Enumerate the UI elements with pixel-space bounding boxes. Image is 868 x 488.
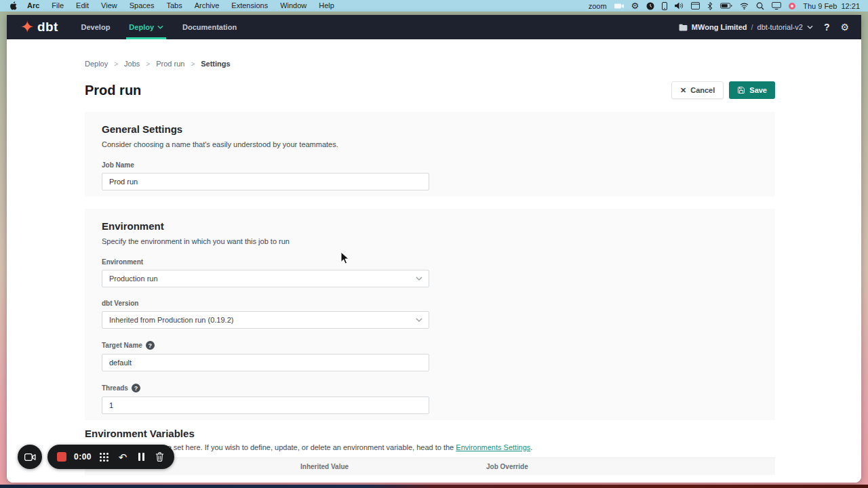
- recording-indicator-icon[interactable]: [789, 3, 795, 9]
- folder-icon: [679, 24, 688, 31]
- target-name-help-icon[interactable]: ?: [146, 341, 155, 350]
- breadcrumb-separator: >: [114, 60, 118, 68]
- nav-item-documentation[interactable]: Documentation: [173, 15, 246, 39]
- menubar-clock[interactable]: Thu 9 Feb 12:21: [803, 2, 860, 10]
- account-name: MWong Limited: [692, 23, 747, 31]
- menubar-item-extensions[interactable]: Extensions: [225, 0, 274, 12]
- search-icon[interactable]: [756, 1, 764, 10]
- job-name-input[interactable]: [102, 173, 429, 190]
- window-icon[interactable]: [691, 1, 700, 10]
- cancel-button[interactable]: ✕ Cancel: [671, 81, 724, 99]
- menubar-item-window[interactable]: Window: [274, 0, 313, 12]
- close-icon: ✕: [680, 86, 686, 95]
- column-job-override: Job Override: [486, 463, 528, 470]
- device-icon[interactable]: [662, 1, 667, 10]
- apple-icon: [9, 1, 17, 10]
- pause-icon[interactable]: [136, 451, 146, 462]
- menubar-item-arc[interactable]: Arc: [21, 0, 45, 12]
- environment-section: Environment Specify the environment in w…: [85, 209, 775, 420]
- account-separator: /: [751, 23, 753, 31]
- display-icon[interactable]: [772, 1, 781, 10]
- environment-label: Environment: [102, 258, 758, 266]
- environment-select[interactable]: Production run: [102, 270, 429, 287]
- browser-window: ✦ dbt Develop Deploy Documentation MWong…: [7, 15, 861, 483]
- battery-icon[interactable]: [720, 1, 732, 10]
- chevron-down-icon: [157, 25, 163, 29]
- menubar-item-archive[interactable]: Archive: [189, 0, 226, 12]
- breadcrumb-prod-run[interactable]: Prod run: [156, 60, 184, 68]
- nav-item-develop[interactable]: Develop: [72, 15, 120, 39]
- chevron-down-icon: [416, 318, 422, 322]
- screen-recorder-toolbar: 0:00 ↶: [18, 445, 174, 469]
- menubar-item-help[interactable]: Help: [313, 0, 340, 12]
- dbt-navbar: ✦ dbt Develop Deploy Documentation MWong…: [7, 15, 861, 39]
- threads-input[interactable]: [102, 396, 429, 414]
- camera-toggle-button[interactable]: [18, 445, 42, 469]
- breadcrumb-separator: >: [191, 60, 195, 68]
- clock-icon[interactable]: [646, 1, 654, 10]
- account-project-selector[interactable]: MWong Limited / dbt-tutorial-v2: [679, 23, 813, 31]
- environment-title: Environment: [102, 220, 758, 232]
- menubar-item-file[interactable]: File: [45, 0, 70, 12]
- dbt-logo[interactable]: ✦ dbt: [20, 20, 58, 35]
- stop-record-button[interactable]: [57, 452, 66, 462]
- save-icon: [737, 86, 745, 94]
- environment-variables-description: Job level overrides can be set here. If …: [85, 443, 775, 451]
- recording-timer: 0:00: [74, 452, 92, 462]
- page-title: Prod run: [85, 83, 141, 98]
- menubar-item-edit[interactable]: Edit: [70, 0, 95, 12]
- variables-table-header: Inherited Value Job Override: [85, 458, 775, 475]
- breadcrumb-settings: Settings: [201, 60, 230, 68]
- breadcrumb-deploy[interactable]: Deploy: [85, 60, 108, 68]
- dbt-star-icon: ✦: [20, 20, 34, 35]
- nav-item-deploy[interactable]: Deploy: [119, 15, 173, 39]
- target-name-input[interactable]: [102, 354, 429, 371]
- menubar-item-spaces[interactable]: Spaces: [123, 0, 161, 12]
- dbt-version-label: dbt Version: [102, 300, 758, 307]
- general-settings-subtitle: Consider choosing a name that's easily u…: [102, 140, 758, 148]
- desktop-wallpaper-strip: [0, 485, 868, 488]
- menubar-item-view[interactable]: View: [95, 0, 123, 12]
- general-settings-title: General Settings: [102, 123, 758, 135]
- environment-variables-title: Environment Variables: [85, 428, 775, 439]
- environments-settings-link[interactable]: Environments Settings: [456, 443, 530, 451]
- threads-help-icon[interactable]: ?: [132, 384, 140, 392]
- trash-icon[interactable]: [154, 451, 165, 462]
- breadcrumb-jobs[interactable]: Jobs: [124, 60, 140, 68]
- drag-handle-icon[interactable]: [99, 451, 110, 462]
- menubar-item-tabs[interactable]: Tabs: [160, 0, 188, 12]
- environment-variables-section: Environment Variables Job level override…: [85, 428, 775, 483]
- camera-icon[interactable]: [614, 1, 624, 10]
- save-button[interactable]: Save: [729, 81, 775, 99]
- bluetooth-icon[interactable]: [707, 1, 713, 10]
- settings-gear-icon[interactable]: ⚙: [840, 22, 849, 33]
- volume-icon[interactable]: [675, 1, 684, 10]
- page-content: Deploy > Jobs > Prod run > Settings Prod…: [7, 39, 861, 483]
- dbt-version-select[interactable]: Inherited from Production run (0.19.2): [102, 311, 429, 329]
- zoom-menu-label[interactable]: zoom: [589, 2, 607, 10]
- general-settings-section: General Settings Consider choosing a nam…: [85, 112, 775, 197]
- recorder-control-pill: 0:00 ↶: [47, 445, 174, 469]
- help-icon[interactable]: ?: [821, 22, 833, 33]
- wifi-icon[interactable]: [740, 1, 749, 10]
- macos-menubar: Arc File Edit View Spaces Tabs Archive E…: [0, 0, 868, 12]
- apple-menu[interactable]: [8, 1, 21, 10]
- threads-label: Threads: [102, 384, 128, 392]
- table-row: [85, 475, 775, 483]
- breadcrumb-separator: >: [146, 60, 150, 68]
- chevron-down-icon: [807, 25, 813, 29]
- project-name: dbt-tutorial-v2: [757, 23, 803, 31]
- gear-icon[interactable]: ⚙: [631, 1, 639, 10]
- dbt-brand-text: dbt: [37, 20, 58, 35]
- restart-icon[interactable]: ↶: [117, 451, 128, 462]
- target-name-label: Target Name: [102, 342, 142, 349]
- chevron-down-icon: [416, 277, 422, 281]
- breadcrumb: Deploy > Jobs > Prod run > Settings: [85, 39, 775, 68]
- environment-subtitle: Specify the environment in which you wan…: [102, 237, 758, 245]
- job-name-label: Job Name: [102, 161, 758, 169]
- column-inherited-value: Inherited Value: [300, 463, 486, 470]
- video-camera-icon: [24, 453, 36, 462]
